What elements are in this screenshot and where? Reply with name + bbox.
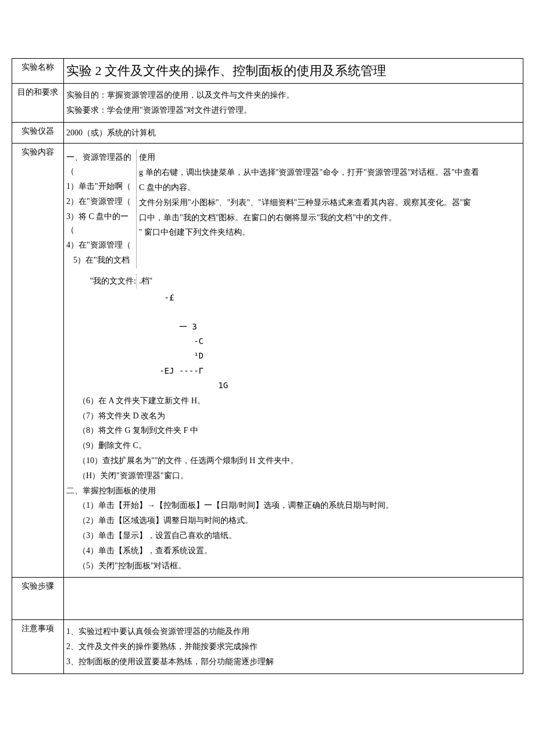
label-equipment: 实验仪器 (12, 122, 64, 144)
after-tree-block: （6）在 A 文件夹下建立新文件 H。 （7）将文件夹 D 改名为 （8）将文件… (78, 394, 520, 483)
folder-tree: -£ 一 3 -C ¹D -EJ ----Γ 1G (66, 291, 520, 393)
experiment-table: 实验名称 实验 2 文件及文件夹的操作、控制面板的使用及系统管理 目的和要求 实… (12, 58, 523, 674)
content-line: （9）删除文件 C。 (78, 439, 520, 453)
left-line: 5）在"我的文档 (66, 253, 136, 267)
purpose-line2: 实验要求：学会使用"资源管理器"对文件进行管理。 (66, 103, 520, 117)
content-line: （4）单击【系统】，查看系统设置。 (78, 544, 520, 558)
content-line: （3）单击【显示】，设置自己喜欢的墙纸。 (78, 529, 520, 543)
row-purpose: 目的和要求 实验目的：掌握资源管理器的使用，以及文件与文件夹的操作。 实验要求：… (12, 84, 523, 123)
value-purpose: 实验目的：掌握资源管理器的使用，以及文件与文件夹的操作。 实验要求：学会使用"资… (64, 84, 523, 123)
row-steps: 实验步骤 (12, 578, 523, 620)
value-name: 实验 2 文件及文件夹的操作、控制面板的使用及系统管理 (64, 59, 523, 84)
content-line: （H）关闭"资源管理器"窗口。 (78, 469, 520, 483)
value-notes: 1、实验过程中要认真领会资源管理器的功能及作用 2、文件及文件夹的操作要熟练，并… (64, 620, 523, 673)
note-line: 1、实验过程中要认真领会资源管理器的功能及作用 (66, 625, 520, 639)
value-content: 一、资源管理器的（ 1）单击"开始啊（ 2）在"资源管理（ 3）将 C 盘中的一… (64, 144, 523, 578)
purpose-line1: 实验目的：掌握资源管理器的使用，以及文件与文件夹的操作。 (66, 88, 520, 102)
right-line: g 单的右键，调出快捷菜单，从中选择"资源管理器"命令，打开"资源管理器"对话框… (139, 166, 520, 180)
label-purpose: 目的和要求 (12, 84, 64, 123)
tree-line: -£ (66, 293, 174, 302)
right-line: 文件分别采用"小图标"、"列表"、"详细资料''三种显示格式来查看其内容。观察其… (139, 196, 520, 210)
content-line: 二、掌握控制面板的使用 (66, 484, 520, 498)
note-line: 3、控制面板的使用设置要基本熟练，部分功能需逐步理解 (66, 655, 520, 669)
content-line: （8）将文件 G 复制到文件夹 F 中 (78, 424, 520, 438)
label-notes: 注意事项 (12, 620, 64, 673)
tree-line: 一 3 (66, 322, 197, 331)
content-line: （5）关闭"控制面板"对话框。 (78, 559, 520, 573)
tree-header-left: "我的文文件: (66, 274, 136, 288)
value-steps (64, 578, 523, 620)
content-line: （6）在 A 文件夹下建立新文件 H。 (78, 394, 520, 408)
left-line: 4）在"资源管理（ (66, 238, 136, 252)
right-line: " 窗口中创建下列文件夹结构。 (139, 225, 520, 239)
tree-line: ¹D (66, 351, 204, 360)
tree-header: "我的文文件: .档" (66, 273, 520, 289)
row-notes: 注意事项 1、实验过程中要认真领会资源管理器的功能及作用 2、文件及文件夹的操作… (12, 620, 523, 673)
tree-header-right: .档" (136, 274, 520, 288)
content-right-col: 使用 g 单的右键，调出快捷菜单，从中选择"资源管理器"命令，打开"资源管理器"… (136, 149, 520, 268)
row-name: 实验名称 实验 2 文件及文件夹的操作、控制面板的使用及系统管理 (12, 59, 523, 84)
left-line: 一、资源管理器的（ (66, 151, 136, 178)
content-left-col: 一、资源管理器的（ 1）单击"开始啊（ 2）在"资源管理（ 3）将 C 盘中的一… (66, 149, 136, 268)
content-line: （2）单击【区域选项】调整日期与时间的格式。 (78, 514, 520, 528)
left-line: 2）在"资源管理（ (66, 195, 136, 209)
row-content: 实验内容 一、资源管理器的（ 1）单击"开始啊（ 2）在"资源管理（ 3）将 C… (12, 144, 523, 578)
row-equipment: 实验仪器 2000（或）系统的计算机 (12, 122, 523, 144)
note-line: 2、文件及文件夹的操作要熟练，并能按要求完成操作 (66, 640, 520, 654)
right-line: C 盘中的内容。 (139, 181, 520, 195)
right-line: 口中，单击"我的文档"图标。在窗口的右侧将显示"我的文档"中的文件。 (139, 211, 520, 225)
content-line: （10）查找扩展名为""的文件，任选两个煨制到 H 文件夹中。 (78, 454, 520, 468)
tree-line: -C (66, 336, 204, 346)
content-split: 一、资源管理器的（ 1）单击"开始啊（ 2）在"资源管理（ 3）将 C 盘中的一… (66, 148, 520, 269)
document-page: 实验名称 实验 2 文件及文件夹的操作、控制面板的使用及系统管理 目的和要求 实… (12, 58, 523, 674)
label-content: 实验内容 (12, 144, 64, 578)
content-line: （1）单击【开始】→【控制面板】一【日期/时间】选项，调整正确的系统日期与时间。 (78, 499, 520, 513)
content-line: （7）将文件夹 D 改名为 (78, 409, 520, 423)
tree-line: 1G (66, 381, 228, 390)
panel-block: （1）单击【开始】→【控制面板】一【日期/时间】选项，调整正确的系统日期与时间。… (78, 499, 520, 572)
label-name: 实验名称 (12, 59, 64, 84)
left-line: 1）单击"开始啊（ (66, 180, 136, 194)
right-line: 使用 (139, 151, 520, 164)
value-equipment: 2000（或）系统的计算机 (64, 122, 523, 144)
tree-line: -EJ ----Γ (66, 366, 204, 375)
left-line: 3）将 C 盘中的一（ (66, 210, 136, 238)
label-steps: 实验步骤 (12, 578, 64, 620)
